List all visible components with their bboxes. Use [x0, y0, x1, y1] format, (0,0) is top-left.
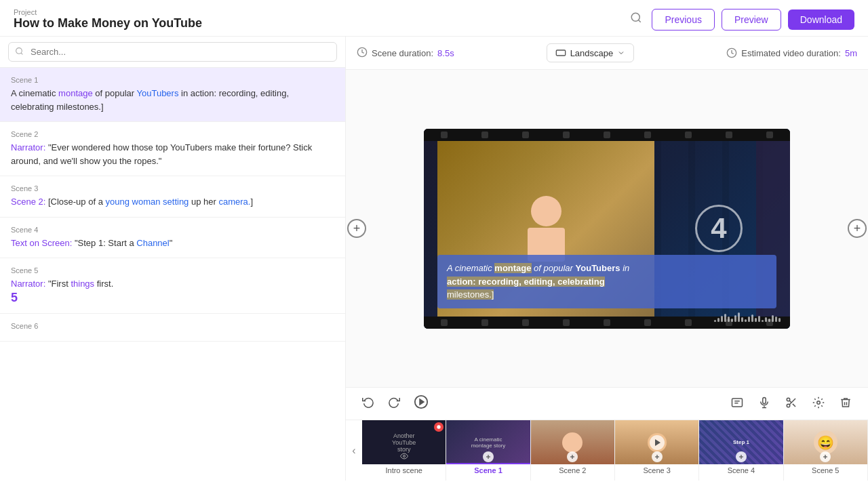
- search-bar: [0, 37, 345, 68]
- thumb-plus-scene2: [567, 451, 578, 462]
- scene-text-5: Narrator: "First things first.: [11, 277, 334, 291]
- scene-text-1: A cinematic montage of popular YouTubers…: [11, 87, 334, 113]
- previous-button[interactable]: Previous: [652, 9, 714, 30]
- scene-label-6: Scene 6: [11, 322, 334, 330]
- highlight-narrator5: Narrator:: [11, 279, 45, 289]
- playback-controls: [359, 392, 431, 415]
- caption-button[interactable]: [728, 394, 746, 414]
- thumbnail-scene5[interactable]: 😄 Scene 5: [784, 420, 868, 481]
- scene-item-1[interactable]: Scene 1 A cinematic montage of popular Y…: [0, 68, 345, 122]
- thumb-img-scene5: 😄: [784, 420, 867, 464]
- thumb-plus-scene5: [820, 451, 831, 462]
- undo-button[interactable]: [359, 393, 377, 414]
- svg-point-22: [403, 455, 405, 458]
- svg-line-3: [21, 53, 22, 54]
- thumbnail-scene2[interactable]: Scene 2: [531, 420, 615, 481]
- thumb-label-scene1: Scene 1: [474, 464, 502, 476]
- svg-line-18: [793, 403, 795, 406]
- landscape-label: Landscape: [570, 48, 614, 58]
- est-duration-value: 5m: [845, 48, 857, 58]
- scene-item-3[interactable]: Scene 3 Scene 2: [Close-up of a young wo…: [0, 176, 345, 218]
- svg-point-16: [787, 404, 790, 407]
- right-topbar: Scene duration: 8.5s Landscape Estimated…: [346, 37, 868, 70]
- landscape-button[interactable]: Landscape: [547, 43, 635, 62]
- thumb-img-scene2: [531, 420, 614, 464]
- svg-point-20: [817, 401, 821, 404]
- highlight-narrator2: Narrator:: [11, 142, 45, 152]
- thumb-label-scene5: Scene 5: [812, 464, 839, 476]
- scene-item-4[interactable]: Scene 4 Text on Screen: "Step 1: Start a…: [0, 218, 345, 259]
- thumbnail-scene1[interactable]: A cinematicmontage story Scene 1: [446, 420, 530, 481]
- scene-extra-5: 5: [11, 291, 334, 305]
- search-icon: [15, 47, 24, 58]
- search-button[interactable]: [627, 9, 645, 30]
- svg-rect-12: [763, 397, 766, 403]
- caption-overlay: A cinematic montage of popular YouTubers…: [437, 255, 776, 308]
- scene-duration-value: 8.5s: [437, 48, 454, 58]
- thumb-label-intro: Intro scene: [385, 464, 422, 476]
- highlight-tos: Text on Screen:: [11, 238, 72, 248]
- scene-label-1: Scene 1: [11, 76, 334, 84]
- preview-button[interactable]: Preview: [722, 9, 781, 30]
- redo-button[interactable]: [385, 393, 403, 414]
- scene-text-3: Scene 2: [Close-up of a young woman sett…: [11, 195, 334, 209]
- highlight-montage: montage: [58, 88, 93, 98]
- thumbnails-container: AnotherYouTubestory Intro scene: [362, 420, 868, 481]
- project-title: How to Make Money on YouTube: [14, 16, 202, 30]
- svg-rect-5: [556, 50, 565, 56]
- header-left: Project How to Make Money on YouTube: [14, 8, 202, 30]
- add-scene-left-button[interactable]: +: [347, 219, 366, 238]
- scene-text-4: Text on Screen: "Step 1: Start a Channel…: [11, 237, 334, 250]
- thumb-plus-scene3: [652, 451, 663, 462]
- header: Project How to Make Money on YouTube Pre…: [0, 0, 868, 37]
- delete-button[interactable]: [837, 394, 854, 414]
- svg-point-2: [16, 47, 22, 54]
- scene-text-2: Narrator: "Ever wondered how those top Y…: [11, 141, 334, 167]
- highlight-scene2: Scene 2:: [11, 197, 45, 207]
- scene-label-4: Scene 4: [11, 226, 334, 234]
- thumb-plus-scene1: [483, 451, 494, 462]
- scene-label-5: Scene 5: [11, 266, 334, 274]
- clock-icon: [357, 47, 368, 60]
- project-label: Project: [14, 8, 202, 16]
- scenes-list: Scene 1 A cinematic montage of popular Y…: [0, 68, 345, 481]
- video-controls: [346, 387, 868, 420]
- estimated-duration: Estimated video duration: 5m: [726, 47, 857, 58]
- thumb-label-scene3: Scene 3: [643, 464, 670, 476]
- scene-item-6[interactable]: Scene 6: [0, 314, 345, 342]
- add-scene-right-button[interactable]: +: [848, 219, 867, 238]
- left-panel: Scene 1 A cinematic montage of popular Y…: [0, 37, 346, 481]
- scene-item-5[interactable]: Scene 5 Narrator: "First things first. 5: [0, 258, 345, 314]
- scene-label-2: Scene 2: [11, 130, 334, 138]
- strip-prev-button[interactable]: ‹: [346, 420, 362, 481]
- scene-duration-label: Scene duration:: [372, 48, 433, 58]
- highlight-woman: young woman setting: [105, 197, 189, 207]
- search-input[interactable]: [8, 42, 337, 62]
- thumb-img-scene3: [615, 420, 698, 464]
- scene-label-3: Scene 3: [11, 184, 334, 192]
- scene-duration: Scene duration: 8.5s: [357, 47, 454, 60]
- caption-text: A cinematic montage of popular YouTubers…: [447, 262, 767, 302]
- thumbnail-intro[interactable]: AnotherYouTubestory Intro scene: [362, 420, 446, 481]
- video-preview-area: +: [346, 70, 868, 387]
- microphone-button[interactable]: [755, 394, 773, 414]
- thumb-img-scene1: A cinematicmontage story: [446, 420, 530, 464]
- scene-item-2[interactable]: Scene 2 Narrator: "Ever wondered how tho…: [0, 122, 345, 176]
- highlight-channel: Channel: [136, 238, 169, 248]
- edit-controls: [728, 394, 854, 414]
- svg-marker-8: [420, 399, 424, 404]
- svg-line-19: [789, 401, 791, 403]
- thumb-plus-scene4: [736, 451, 747, 462]
- play-button[interactable]: [411, 392, 431, 415]
- est-duration-label: Estimated video duration:: [741, 48, 841, 58]
- thumbnail-scene3[interactable]: Scene 3: [615, 420, 699, 481]
- thumbnail-scene4[interactable]: Step 1 Scene 4: [699, 420, 783, 481]
- thumb-active-line: [446, 463, 530, 464]
- scissors-button[interactable]: [783, 394, 800, 414]
- right-panel: Scene duration: 8.5s Landscape Estimated…: [346, 37, 868, 481]
- svg-point-15: [787, 398, 790, 401]
- settings-button[interactable]: [810, 394, 827, 414]
- download-button[interactable]: Download: [788, 9, 854, 30]
- thumbnail-strip: ‹ AnotherYouTubestory: [346, 420, 868, 481]
- svg-point-21: [437, 425, 441, 428]
